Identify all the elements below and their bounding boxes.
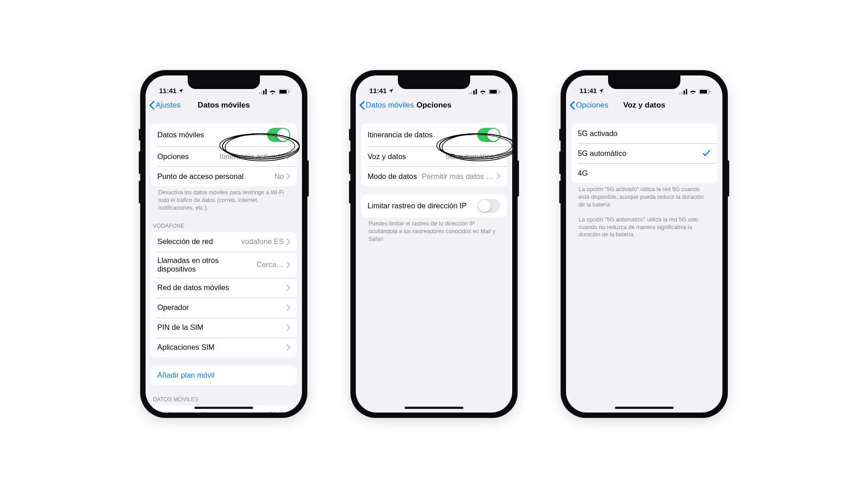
svg-rect-0 (259, 93, 260, 94)
group-footer: Desactiva los datos móviles para restrin… (151, 186, 297, 212)
content-area: Itinerancia de datos Voz y datos 5G auto… (356, 115, 512, 413)
chevron-right-icon (287, 173, 290, 179)
battery-icon (489, 89, 500, 94)
chevron-right-icon (287, 324, 290, 331)
chevron-right-icon (287, 239, 290, 245)
svg-rect-17 (499, 91, 500, 93)
row-value: 5G automático (446, 152, 494, 161)
svg-rect-25 (686, 89, 687, 94)
row-label: Itinerancia de datos (368, 131, 433, 139)
cellular-icon (469, 89, 477, 94)
row-data-roaming[interactable]: Itinerancia de datos (361, 123, 507, 146)
mobile-data-toggle[interactable] (267, 128, 290, 142)
svg-rect-23 (681, 92, 683, 94)
group-add-plan: Añadir plan móvil (151, 366, 297, 385)
nav-title: Voz y datos (623, 101, 665, 110)
volume-down-button (559, 181, 561, 203)
row-5g-auto[interactable]: 5G automático (571, 143, 717, 163)
wifi-icon (689, 89, 697, 94)
row-add-plan[interactable]: Añadir plan móvil (151, 366, 297, 385)
volume-down-button (139, 181, 141, 203)
nav-bar: Opciones Voz y datos (566, 95, 722, 115)
row-limit-ip-tracking[interactable]: Limitar rastreo de dirección IP (361, 194, 507, 217)
row-options[interactable]: Opciones Itinerancia activada (151, 146, 297, 166)
back-label: Datos móviles (366, 101, 414, 110)
iphone-mockup-3: 11:41 Opciones Voz y datos 5G activado (561, 70, 728, 418)
back-button[interactable]: Datos móviles (359, 95, 414, 115)
row-hotspot[interactable]: Punto de acceso personal No (151, 166, 297, 186)
row-label: 5G activado (578, 129, 618, 138)
battery-icon (699, 89, 711, 94)
nav-bar: Ajustes Datos móviles (146, 95, 302, 115)
svg-rect-27 (700, 90, 707, 94)
volume-up-button (559, 151, 561, 174)
row-network-selection[interactable]: Selección de red vodafone ES (151, 232, 297, 252)
chevron-right-icon (287, 344, 290, 351)
row-sim-pin[interactable]: PIN de la SIM (151, 318, 297, 338)
nav-bar: Datos móviles Opciones (356, 95, 512, 115)
svg-rect-1 (261, 92, 262, 94)
location-icon (388, 88, 394, 94)
wifi-icon (269, 89, 276, 94)
location-icon (599, 88, 604, 94)
row-label: Selección de red (157, 237, 213, 246)
back-button[interactable]: Ajustes (149, 95, 181, 115)
row-label: Modo de datos (368, 172, 417, 181)
svg-rect-13 (473, 90, 475, 94)
screen-3: 11:41 Opciones Voz y datos 5G activado (566, 75, 722, 413)
row-label: Limitar rastreo de dirección IP (368, 202, 467, 210)
row-value: No (274, 172, 284, 181)
notch (188, 75, 260, 89)
row-data-network[interactable]: Red de datos móviles (151, 278, 297, 298)
section-header-vodafone: VODAFONE (146, 223, 302, 232)
iphone-mockup-1: 11:41 Ajustes Datos móviles Datos (140, 70, 307, 418)
svg-rect-12 (471, 92, 472, 94)
wifi-icon (479, 89, 486, 94)
mute-switch (139, 129, 141, 141)
group-ip-tracking: Limitar rastreo de dirección IP Puedes l… (361, 194, 507, 243)
svg-rect-24 (684, 90, 685, 94)
location-icon (178, 88, 184, 94)
volume-down-button (349, 181, 351, 203)
content-area: Datos móviles Opciones Itinerancia activ… (146, 115, 302, 413)
row-sim-apps[interactable]: Aplicaciones SIM (151, 338, 297, 357)
screen-1: 11:41 Ajustes Datos móviles Datos (146, 75, 302, 413)
svg-rect-2 (263, 90, 264, 94)
limit-ip-tracking-toggle[interactable] (477, 199, 500, 213)
data-roaming-toggle[interactable] (477, 128, 500, 142)
row-mobile-data-toggle[interactable]: Datos móviles (151, 123, 297, 146)
group-footer-2: La opción "5G automático" utiliza la red… (571, 213, 717, 239)
row-value: Permitir más datos en… (422, 172, 494, 181)
row-label: 4G (578, 169, 588, 178)
chevron-left-icon (149, 101, 155, 110)
chevron-left-icon (359, 101, 365, 110)
row-voice-data[interactable]: Voz y datos 5G automático (361, 146, 507, 166)
chevron-right-icon (287, 285, 290, 291)
chevron-left-icon (570, 101, 575, 110)
row-label: Voz y datos (368, 152, 406, 161)
notch (608, 75, 680, 89)
row-label: Operador (157, 303, 189, 312)
row-label: Opciones (157, 152, 189, 161)
back-button[interactable]: Opciones (570, 95, 609, 115)
svg-rect-3 (265, 89, 267, 94)
row-value: 180 GB (265, 411, 290, 413)
row-label: Aplicaciones SIM (157, 343, 215, 352)
row-data-mode[interactable]: Modo de datos Permitir más datos en… (361, 166, 507, 186)
row-label: Red de datos móviles (157, 283, 229, 292)
screen-2: 11:41 Datos móviles Opciones Itinerancia… (356, 75, 512, 413)
checkmark-icon (703, 150, 711, 157)
home-indicator (194, 407, 253, 409)
volume-up-button (139, 151, 141, 174)
row-5g-on[interactable]: 5G activado (571, 123, 717, 143)
row-4g[interactable]: 4G (571, 163, 717, 183)
mute-switch (349, 129, 351, 141)
row-value: Cerca… (256, 260, 284, 269)
content-area: 5G activado 5G automático 4G La opción "… (566, 115, 722, 413)
group-footer-1: La opción "5G activado" utiliza la red 5… (571, 183, 717, 209)
status-time: 11:41 (369, 87, 387, 94)
row-operator[interactable]: Operador (151, 298, 297, 318)
back-label: Ajustes (156, 101, 181, 110)
row-calls-other-devices[interactable]: Llamadas en otros dispositivos Cerca… (151, 252, 297, 278)
svg-rect-6 (289, 91, 290, 93)
